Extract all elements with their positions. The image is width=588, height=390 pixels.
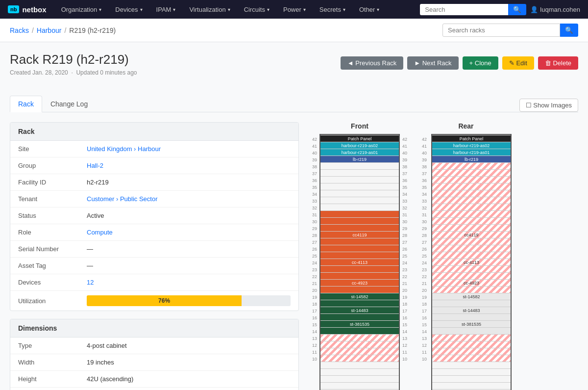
search-button[interactable]: 🔍 xyxy=(508,4,526,15)
field-label: Asset Tag xyxy=(10,258,79,274)
nav-power[interactable]: Power ▾ xyxy=(278,0,311,19)
field-label: Facility ID xyxy=(10,174,79,191)
table-row: Facility ID h2-r219 xyxy=(10,174,298,191)
field-label: Devices xyxy=(10,274,79,291)
rack-front-label: Front xyxy=(351,122,368,130)
tenant-link[interactable]: Customer › Public Sector xyxy=(87,195,158,203)
nav-devices[interactable]: Devices ▾ xyxy=(110,0,147,19)
delete-button[interactable]: 🗑 Delete xyxy=(538,56,578,70)
left-panel: Rack Site United Kingdom › Harbour Group… xyxy=(10,122,299,390)
user-menu[interactable]: 👤 luqman.cohen xyxy=(530,6,580,13)
breadcrumb-racks[interactable]: Racks xyxy=(10,26,29,34)
caret-icon: ▾ xyxy=(343,7,345,12)
table-row: Status Active xyxy=(10,208,298,224)
field-label: Outer Width xyxy=(10,388,79,390)
table-row: Group Hall-2 xyxy=(10,157,298,174)
site-link[interactable]: United Kingdom › Harbour xyxy=(87,145,161,153)
field-label: Serial Number xyxy=(10,241,79,258)
updated-time: Updated 0 minutes ago xyxy=(76,69,137,76)
rack-front-body: st-381535st-14483st-14582cc-4923cc-4113c… xyxy=(319,134,400,390)
table-row: Type 4-post cabinet xyxy=(10,338,298,354)
clone-button[interactable]: + Clone xyxy=(463,56,498,70)
breadcrumb-sep: / xyxy=(32,26,34,34)
main-content: Rack R219 (h2-r219) Created Jan. 28, 202… xyxy=(0,42,588,390)
field-value: — xyxy=(79,241,298,258)
global-search: 🔍 xyxy=(420,4,526,15)
breadcrumb: Racks / Harbour / R219 (h2-r219) xyxy=(10,26,116,34)
brand[interactable]: nb netbox xyxy=(8,5,47,14)
utilization-fill: 76% xyxy=(87,295,242,306)
field-value: 4-post cabinet xyxy=(79,338,298,354)
next-rack-button[interactable]: ► Next Rack xyxy=(407,56,458,70)
action-bar: ◄ Previous Rack ► Next Rack + Clone ✎ Ed… xyxy=(341,56,578,70)
rack-search-input[interactable] xyxy=(442,24,560,37)
search-input[interactable] xyxy=(420,4,508,15)
field-value: 42U (ascending) xyxy=(79,371,298,388)
content-area: Rack Site United Kingdom › Harbour Group… xyxy=(10,122,578,390)
caret-icon: ▾ xyxy=(267,7,270,12)
nav-virtualization[interactable]: Virtualization ▾ xyxy=(184,0,235,19)
table-row: Asset Tag — xyxy=(10,258,298,274)
field-label: Type xyxy=(10,338,79,354)
rack-front: Front 1011121314151617181920212223242526… xyxy=(309,122,411,390)
rack-search-button[interactable]: 🔍 xyxy=(560,24,578,37)
username: luqman.cohen xyxy=(540,6,580,13)
field-value: 76% xyxy=(79,291,298,311)
nav-secrets[interactable]: Secrets ▾ xyxy=(315,0,350,19)
field-label: Height xyxy=(10,371,79,388)
brand-name: netbox xyxy=(22,5,46,14)
dimensions-card: Dimensions Type 4-post cabinet Width 19 … xyxy=(10,319,299,390)
field-label: Utilization xyxy=(10,291,79,311)
caret-icon: ▾ xyxy=(228,7,230,12)
tab-rack[interactable]: Rack xyxy=(10,96,42,112)
devices-link[interactable]: 12 xyxy=(87,279,94,286)
nav-other[interactable]: Other ▾ xyxy=(354,0,385,19)
field-value: 19 inches xyxy=(79,354,298,371)
rack-rear-body: st-381535st-14483st-14582cc-4923cc-4113c… xyxy=(431,134,512,390)
table-row: Site United Kingdom › Harbour xyxy=(10,141,298,157)
breadcrumb-bar: Racks / Harbour / R219 (h2-r219) 🔍 xyxy=(0,19,588,42)
rack-info-card: Rack Site United Kingdom › Harbour Group… xyxy=(10,122,299,311)
previous-rack-button[interactable]: ◄ Previous Rack xyxy=(341,56,403,70)
table-row: Outer Width — xyxy=(10,388,298,390)
group-link[interactable]: Hall-2 xyxy=(87,162,103,169)
caret-icon: ▾ xyxy=(99,7,101,12)
field-label: Width xyxy=(10,354,79,371)
breadcrumb-sep2: / xyxy=(64,26,66,34)
show-images-button[interactable]: ☐ Show Images xyxy=(519,99,578,112)
caret-icon: ▾ xyxy=(140,7,143,12)
caret-icon: ▾ xyxy=(173,7,175,12)
field-value: 12 xyxy=(79,274,298,291)
field-value: Customer › Public Sector xyxy=(79,191,298,208)
field-label: Role xyxy=(10,224,79,241)
tabs: Rack Change Log xyxy=(10,96,578,112)
field-value: Hall-2 xyxy=(79,157,298,174)
table-row: Width 19 inches xyxy=(10,354,298,371)
rack-info-table: Site United Kingdom › Harbour Group Hall… xyxy=(10,141,298,311)
field-value: h2-r219 xyxy=(79,174,298,191)
nav-circuits[interactable]: Circuits ▾ xyxy=(239,0,274,19)
table-row: Height 42U (ascending) xyxy=(10,371,298,388)
page-meta: Created Jan. 28, 2020 · Updated 0 minute… xyxy=(10,69,578,76)
field-label: Tenant xyxy=(10,191,79,208)
created-date: Created Jan. 28, 2020 xyxy=(10,69,68,76)
rack-card-header: Rack xyxy=(10,123,298,141)
caret-icon: ▾ xyxy=(303,7,306,12)
table-row: Utilization 76% xyxy=(10,291,298,311)
navbar: nb netbox Organization ▾ Devices ▾ IPAM … xyxy=(0,0,588,19)
field-value: — xyxy=(79,388,298,390)
logo-icon: nb xyxy=(8,5,19,13)
rack-card-body: Site United Kingdom › Harbour Group Hall… xyxy=(10,141,298,311)
tab-change-log[interactable]: Change Log xyxy=(42,96,96,112)
caret-icon: ▾ xyxy=(377,7,379,12)
nav-organization[interactable]: Organization ▾ xyxy=(56,0,107,19)
navbar-right: 🔍 👤 luqman.cohen xyxy=(420,4,580,15)
dimensions-card-body: Type 4-post cabinet Width 19 inches Heig… xyxy=(10,338,298,390)
edit-button[interactable]: ✎ Edit xyxy=(502,56,534,70)
breadcrumb-current: R219 (h2-r219) xyxy=(69,26,116,34)
field-value: United Kingdom › Harbour xyxy=(79,141,298,157)
role-link[interactable]: Compute xyxy=(87,229,113,236)
nav-ipam[interactable]: IPAM ▾ xyxy=(151,0,181,19)
field-label: Status xyxy=(10,208,79,224)
breadcrumb-harbour[interactable]: Harbour xyxy=(37,26,62,34)
